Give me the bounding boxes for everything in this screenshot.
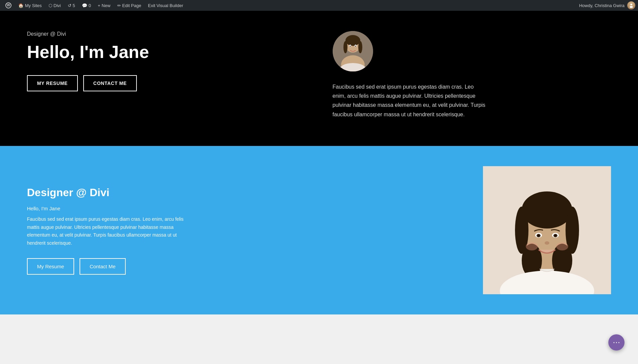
svg-point-6 — [345, 35, 360, 46]
avatar-svg — [333, 31, 373, 71]
contact-button[interactable]: CONTACT ME — [83, 75, 137, 91]
blue-section-bio: Faucibus sed sed erat ipsum purus egesta… — [27, 215, 189, 247]
svg-point-0 — [630, 4, 632, 5]
hero-right: Faucibus sed sed erat ipsum purus egesta… — [319, 31, 611, 119]
revisions-icon: ↺ — [68, 3, 71, 8]
hero-bio: Faucibus sed sed erat ipsum purus egesta… — [333, 82, 488, 119]
wp-logo-button[interactable]: W — [3, 0, 14, 11]
svg-point-18 — [522, 191, 572, 229]
hero-subtitle: Designer @ Divi — [27, 31, 306, 37]
hero-title: Hello, I'm Jane — [27, 42, 306, 62]
divi-button[interactable]: ⬡ Divi — [46, 0, 64, 11]
comments-button[interactable]: 💬 0 — [79, 0, 94, 11]
svg-point-29 — [545, 241, 549, 245]
hero-section: Designer @ Divi Hello, I'm Jane MY RESUM… — [0, 11, 638, 146]
new-button[interactable]: + New — [95, 0, 113, 11]
blue-right — [483, 166, 611, 294]
exit-visual-builder-button[interactable]: Exit Visual Builder — [145, 0, 186, 11]
admin-bar: W 🏠 My Sites ⬡ Divi ↺ 5 💬 0 + New ✏ Edit… — [0, 0, 638, 11]
blue-buttons: My Resume Contact Me — [27, 258, 469, 275]
home-icon: 🏠 — [18, 3, 24, 8]
svg-point-27 — [538, 235, 540, 237]
main-content: Designer @ Divi Hello, I'm Jane MY RESUM… — [0, 11, 638, 314]
blue-photo — [483, 166, 611, 294]
svg-point-8 — [358, 41, 362, 53]
blue-section: Designer @ Divi Hello, I'm Jane Faucibus… — [0, 146, 638, 314]
svg-point-7 — [343, 41, 347, 53]
blue-contact-button[interactable]: Contact Me — [80, 258, 126, 275]
revisions-button[interactable]: ↺ 5 — [65, 0, 78, 11]
blue-section-name: Hello, I'm Jane — [27, 206, 469, 211]
svg-point-1 — [630, 6, 633, 8]
user-avatar[interactable] — [627, 1, 635, 9]
svg-point-12 — [355, 46, 356, 47]
admin-bar-right: Howdy, Christina Gwira — [579, 1, 635, 9]
pencil-icon: ✏ — [117, 3, 121, 8]
divi-icon: ⬡ — [49, 3, 52, 8]
blue-photo-svg — [483, 166, 611, 294]
hero-avatar — [333, 31, 373, 71]
comments-icon: 💬 — [82, 3, 87, 8]
svg-point-30 — [526, 242, 538, 250]
svg-point-11 — [350, 46, 351, 47]
edit-page-button[interactable]: ✏ Edit Page — [115, 0, 144, 11]
blue-section-title: Designer @ Divi — [27, 186, 469, 199]
blue-resume-button[interactable]: My Resume — [27, 258, 74, 275]
blue-left: Designer @ Divi Hello, I'm Jane Faucibus… — [27, 166, 469, 294]
wordpress-icon: W — [5, 2, 11, 8]
resume-button[interactable]: MY RESUME — [27, 75, 78, 91]
avatar-image — [629, 3, 634, 8]
hero-left: Designer @ Divi Hello, I'm Jane MY RESUM… — [27, 31, 319, 119]
plus-icon: + — [98, 3, 100, 8]
svg-point-28 — [554, 235, 556, 237]
my-sites-button[interactable]: 🏠 My Sites — [16, 0, 44, 11]
svg-point-31 — [556, 242, 568, 250]
hero-buttons: MY RESUME CONTACT ME — [27, 75, 306, 91]
